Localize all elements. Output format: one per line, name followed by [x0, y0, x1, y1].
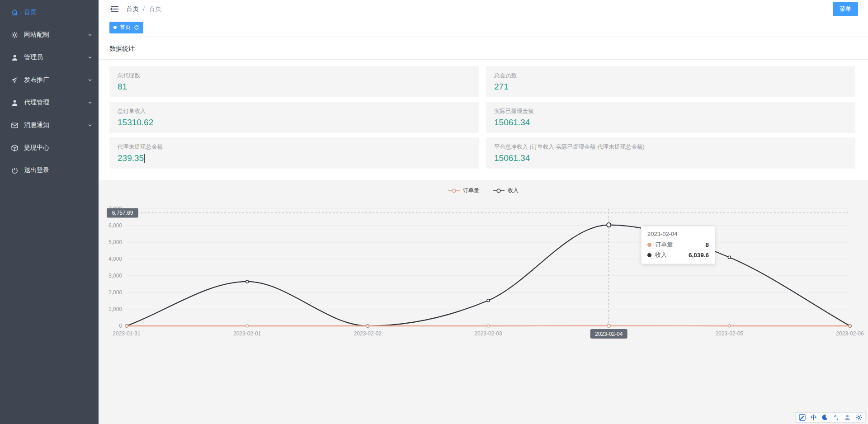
y-axis-tick: 1,000 — [108, 306, 122, 312]
app-window: 首页 网站配制 管理员 发布推广 — [0, 0, 868, 424]
active-tab-dot-icon — [113, 26, 117, 29]
x-axis-tick: 2023-01-31 — [113, 330, 141, 337]
sidebar-item-publish[interactable]: 发布推广 — [0, 69, 99, 91]
stat-label: 总会员数 — [494, 72, 847, 80]
orders-point — [849, 325, 851, 327]
stat-value: 271 — [494, 82, 509, 92]
crosshair-x-label: 2023-02-04 — [595, 331, 623, 337]
sidebar-item-label: 消息通知 — [24, 121, 49, 129]
sidebar-item-label: 发布推广 — [24, 76, 49, 84]
tooltip-value: 8 — [705, 241, 709, 248]
refresh-icon[interactable] — [134, 25, 139, 30]
ime-moon-icon[interactable] — [821, 414, 828, 421]
sidebar-item-label: 网站配制 — [24, 31, 49, 39]
income-point — [246, 280, 249, 283]
orders-dot-icon — [647, 243, 651, 247]
sidebar-item-site-config[interactable]: 网站配制 — [0, 24, 99, 46]
tooltip-date: 2023-02-04 — [647, 231, 709, 237]
user-icon — [11, 99, 19, 107]
sidebar-toggle-icon[interactable] — [110, 5, 119, 13]
sidebar-item-logout[interactable]: 退出登录 — [0, 159, 99, 182]
stat-card-withdrawn-amount: 实际已提现金额 15061.34 — [486, 102, 855, 133]
y-axis-tick: 4,000 — [108, 256, 122, 262]
chart-tooltip: 2023-02-04 订单量 8 收入 6,039.6 — [641, 226, 715, 264]
stat-label: 总订单收入 — [118, 108, 471, 115]
income-line — [127, 225, 850, 326]
stat-card-platform-net-income: 平台总净收入 (订单收入-实际已提现金额-代理未提现总金额) 15061.34 — [486, 137, 855, 169]
orders-point — [487, 325, 490, 327]
package-icon — [11, 144, 19, 152]
section-title: 数据统计 — [99, 37, 868, 60]
ime-punctuation-icon[interactable]: °, — [833, 414, 840, 421]
x-axis-tick: 2023-02-02 — [354, 330, 382, 337]
stat-card-total-order-income: 总订单收入 15310.62 — [109, 102, 479, 133]
sidebar-item-label: 首页 — [24, 8, 37, 16]
ime-toolbar: 中 °, — [795, 412, 866, 423]
line-chart-canvas[interactable]: 01,0002,0003,0004,0005,0006,0007,0002023… — [100, 197, 860, 344]
stats-panel: 总代理数 81 总会员数 271 总订单收入 15310.62 实际已提现金额 … — [99, 60, 868, 180]
ime-chinese-mode-icon[interactable]: 中 — [810, 414, 817, 421]
breadcrumb-home[interactable]: 首页 — [126, 5, 139, 13]
main-content: 首页 / 首页 菜单 首页 数据统计 总代理数 81 — [99, 0, 868, 424]
y-axis-tick: 2,000 — [108, 289, 122, 296]
chart-legend: 订单量 收入 — [99, 187, 868, 194]
sidebar-item-label: 管理员 — [24, 53, 43, 61]
legend-label: 订单量 — [463, 187, 479, 194]
sidebar-item-label: 提现中心 — [24, 144, 49, 152]
tab-label: 首页 — [120, 24, 131, 31]
income-dot-icon — [647, 253, 651, 257]
ime-handwriting-icon[interactable] — [799, 414, 806, 421]
income-point — [607, 223, 611, 227]
user-icon — [11, 54, 19, 61]
tab-bar: 首页 — [99, 18, 868, 37]
stat-value: 15061.34 — [494, 153, 530, 163]
tooltip-value: 6,039.6 — [689, 252, 709, 259]
sidebar-item-label: 退出登录 — [24, 166, 49, 174]
orders-point — [607, 324, 611, 328]
breadcrumb: 首页 / 首页 — [126, 5, 161, 13]
sidebar-item-home[interactable]: 首页 — [0, 1, 99, 24]
sidebar-item-agents[interactable]: 代理管理 — [0, 91, 99, 114]
x-axis-tick: 2023-02-06 — [836, 330, 864, 337]
ime-settings-icon[interactable] — [855, 414, 862, 421]
tab-home[interactable]: 首页 — [109, 22, 143, 33]
stat-card-total-members: 总会员数 271 — [486, 66, 855, 97]
menu-button[interactable]: 菜单 — [833, 2, 858, 16]
y-axis-tick: 3,000 — [108, 273, 122, 279]
sidebar-item-withdraw-center[interactable]: 提现中心 — [0, 137, 99, 159]
tooltip-series-name: 收入 — [655, 251, 667, 259]
chevron-down-icon — [88, 123, 92, 127]
chevron-down-icon — [88, 78, 92, 82]
tooltip-series-name: 订单量 — [655, 240, 673, 249]
sidebar-item-admin[interactable]: 管理员 — [0, 46, 99, 69]
power-icon — [11, 167, 19, 174]
orders-point — [367, 325, 369, 327]
gear-icon — [11, 31, 19, 39]
y-axis-tick: 0 — [119, 323, 122, 329]
stat-value: 15310.62 — [118, 118, 153, 127]
ime-user-icon[interactable] — [844, 414, 851, 421]
breadcrumb-current: 首页 — [149, 5, 161, 13]
x-axis-tick: 2023-02-01 — [233, 330, 261, 337]
text-cursor — [144, 154, 145, 163]
legend-item-orders[interactable]: 订单量 — [448, 187, 479, 194]
orders-point — [246, 325, 249, 327]
tooltip-row-income: 收入 6,039.6 — [647, 251, 709, 259]
tooltip-row-orders: 订单量 8 — [647, 240, 709, 249]
sidebar-item-notifications[interactable]: 消息通知 — [0, 114, 99, 137]
chevron-down-icon — [88, 100, 92, 105]
breadcrumb-separator: / — [143, 5, 145, 13]
income-point — [728, 256, 731, 259]
home-icon — [11, 9, 19, 16]
stat-value: 15061.34 — [494, 118, 530, 127]
legend-item-income[interactable]: 收入 — [493, 187, 519, 194]
chevron-down-icon — [88, 33, 92, 37]
stat-card-total-agents: 总代理数 81 — [109, 66, 479, 97]
x-axis-tick: 2023-02-05 — [716, 330, 744, 337]
sidebar-item-label: 代理管理 — [24, 99, 49, 107]
crosshair-y-label: 6,757.69 — [112, 210, 133, 216]
stat-value: 239.35 — [118, 153, 145, 163]
y-axis-tick: 5,000 — [108, 239, 122, 245]
send-icon — [11, 76, 19, 84]
sidebar: 首页 网站配制 管理员 发布推广 — [0, 0, 99, 424]
